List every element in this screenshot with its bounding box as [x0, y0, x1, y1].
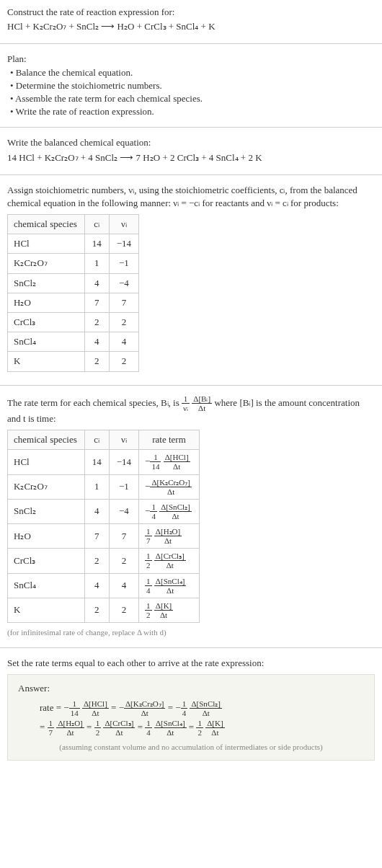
- table-row: SnCl₂4−4−14 Δ[SnCl₂]Δt: [8, 499, 200, 523]
- table-header-row: chemical species cᵢ νᵢ: [8, 215, 139, 234]
- table-row: SnCl₄4414 Δ[SnCl₄]Δt: [8, 573, 200, 598]
- fraction: Δ[H₂O]Δt: [56, 719, 84, 737]
- rate-term: = 14 Δ[SnCl₄]Δt: [135, 722, 186, 732]
- cell-c: 4: [84, 273, 109, 293]
- plan-item: Write the rate of reaction expression.: [10, 105, 375, 118]
- col-species: chemical species: [8, 430, 85, 450]
- prompt-equation: HCl + K₂Cr₂O₇ + SnCl₂ ⟶ H₂O + CrCl₃ + Sn…: [7, 20, 375, 33]
- final-section: Set the rate terms equal to each other t…: [0, 651, 382, 766]
- cell-rateterm: −114 Δ[HCl]Δt: [139, 450, 200, 474]
- fraction: Δ[SnCl₂]Δt: [159, 502, 192, 521]
- rate-term: = −114 Δ[HCl]Δt: [53, 702, 108, 713]
- fraction: Δ[K₂Cr₂O₇]Δt: [124, 699, 165, 717]
- cell-v: −14: [109, 450, 138, 474]
- cell-c: 2: [84, 598, 109, 622]
- cell-c: 2: [84, 352, 109, 371]
- plan-list: Balance the chemical equation. Determine…: [7, 66, 375, 119]
- cell-species: K₂Cr₂O₇: [8, 254, 85, 273]
- table-row: H₂O7717 Δ[H₂O]Δt: [8, 524, 200, 549]
- cell-species: SnCl₂: [8, 273, 85, 293]
- col-species: chemical species: [8, 215, 85, 234]
- cell-v: −1: [109, 254, 138, 273]
- prompt-title: Construct the rate of reaction expressio…: [7, 6, 375, 19]
- table-row: SnCl₂4−4: [8, 273, 139, 293]
- fraction: Δ[K]Δt: [154, 601, 173, 619]
- cell-rateterm: 12 Δ[K]Δt: [139, 598, 200, 622]
- divider: [0, 174, 382, 175]
- cell-c: 1: [84, 474, 109, 499]
- cell-c: 1: [84, 254, 109, 273]
- cell-c: 7: [84, 293, 109, 312]
- table-row: CrCl₃2212 Δ[CrCl₃]Δt: [8, 549, 200, 573]
- divider: [0, 647, 382, 648]
- cell-v: 2: [109, 352, 138, 371]
- cell-v: 7: [109, 524, 138, 549]
- table-row: SnCl₄44: [8, 332, 139, 352]
- cell-c: 7: [84, 524, 109, 549]
- fraction: Δ[K₂Cr₂O₇]Δt: [150, 478, 191, 496]
- cell-v: 2: [109, 549, 138, 573]
- plan-item: Balance the chemical equation.: [10, 66, 375, 79]
- col-v: νᵢ: [109, 430, 138, 450]
- fraction: 12: [196, 719, 203, 737]
- table-row: H₂O77: [8, 293, 139, 312]
- fraction: 12: [145, 601, 152, 619]
- table-row: K22: [8, 352, 139, 371]
- fraction: 14: [150, 502, 157, 521]
- fraction: 14: [145, 719, 152, 737]
- cell-v: 4: [109, 332, 138, 352]
- cell-species: K₂Cr₂O₇: [8, 474, 85, 499]
- plan-heading: Plan:: [7, 53, 375, 66]
- fraction: 17: [145, 527, 152, 545]
- cell-c: 2: [84, 549, 109, 573]
- cell-species: H₂O: [8, 293, 85, 312]
- cell-c: 4: [84, 332, 109, 352]
- cell-species: SnCl₄: [8, 573, 85, 598]
- col-rateterm: rate term: [139, 430, 200, 450]
- fraction: 12: [145, 552, 152, 570]
- table-header-row: chemical species cᵢ νᵢ rate term: [8, 430, 200, 450]
- cell-species: SnCl₄: [8, 332, 85, 352]
- fraction: Δ[H₂O]Δt: [154, 527, 182, 545]
- rate-word: rate: [40, 702, 53, 713]
- rate-term: = −14 Δ[SnCl₂]Δt: [165, 702, 222, 713]
- cell-rateterm: 14 Δ[SnCl₄]Δt: [139, 573, 200, 598]
- prompt-section: Construct the rate of reaction expressio…: [0, 0, 382, 40]
- divider: [0, 385, 382, 386]
- fraction: Δ[CrCl₃]Δt: [154, 552, 186, 570]
- cell-species: CrCl₃: [8, 549, 85, 573]
- balanced-section: Write the balanced chemical equation: 14…: [0, 130, 382, 171]
- cell-rateterm: −14 Δ[SnCl₂]Δt: [139, 499, 200, 523]
- fraction: Δ[HCl]Δt: [82, 699, 109, 717]
- cell-v: 2: [109, 313, 138, 332]
- cell-c: 14: [84, 450, 109, 474]
- fraction: Δ[K]Δt: [205, 719, 224, 737]
- plan-item: Assemble the rate term for each chemical…: [10, 92, 375, 105]
- rateterm-frac-coef: 1νᵢ: [182, 394, 190, 412]
- rate-term: = −Δ[K₂Cr₂O₇]Δt: [109, 702, 166, 713]
- rate-term: = 12 Δ[K]Δt: [187, 722, 225, 732]
- table-row: HCl14−14: [8, 234, 139, 254]
- cell-species: K: [8, 352, 85, 371]
- cell-v: −4: [109, 499, 138, 523]
- rate-term: = 12 Δ[CrCl₃]Δt: [84, 722, 136, 732]
- fraction: 14: [181, 699, 188, 717]
- balanced-equation: 14 HCl + K₂Cr₂O₇ + 4 SnCl₂ ⟶ 7 H₂O + 2 C…: [7, 151, 375, 164]
- plan-section: Plan: Balance the chemical equation. Det…: [0, 47, 382, 124]
- cell-v: 4: [109, 573, 138, 598]
- cell-species: K: [8, 598, 85, 622]
- cell-species: HCl: [8, 234, 85, 254]
- fraction: 17: [48, 719, 55, 737]
- cell-c: 4: [84, 573, 109, 598]
- cell-v: 7: [109, 293, 138, 312]
- answer-box: Answer: rate = −114 Δ[HCl]Δt = −Δ[K₂Cr₂O…: [7, 674, 375, 761]
- cell-c: 2: [84, 313, 109, 332]
- cell-rateterm: 17 Δ[H₂O]Δt: [139, 524, 200, 549]
- cell-species: HCl: [8, 450, 85, 474]
- cell-c: 4: [84, 499, 109, 523]
- cell-v: 2: [109, 598, 138, 622]
- final-heading: Set the rate terms equal to each other t…: [7, 657, 375, 670]
- divider: [0, 43, 382, 44]
- table-row: HCl14−14−114 Δ[HCl]Δt: [8, 450, 200, 474]
- rateterm-intro: The rate term for each chemical species,…: [7, 394, 375, 425]
